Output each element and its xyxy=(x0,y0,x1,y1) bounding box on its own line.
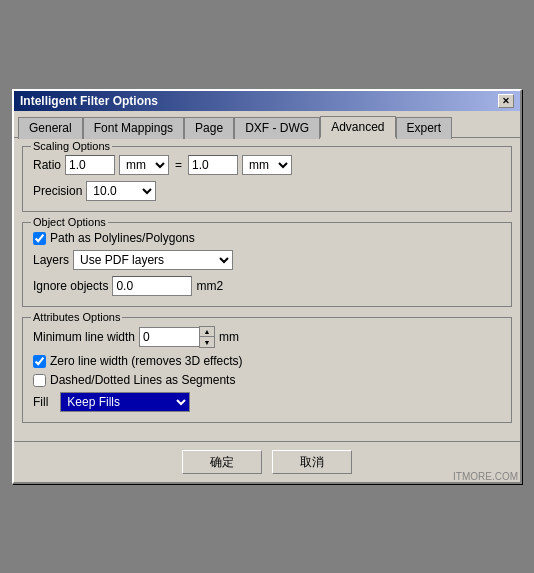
scaling-options-label: Scaling Options xyxy=(31,140,112,152)
attributes-options-label: Attributes Options xyxy=(31,311,122,323)
dashed-row: Dashed/Dotted Lines as Segments xyxy=(33,373,501,387)
attributes-options-group: Attributes Options Minimum line width ▲ … xyxy=(22,317,512,423)
ignore-objects-label: Ignore objects xyxy=(33,279,108,293)
path-as-poly-checkbox[interactable] xyxy=(33,232,46,245)
object-options-group: Object Options Path as Polylines/Polygon… xyxy=(22,222,512,307)
ignore-objects-input[interactable] xyxy=(112,276,192,296)
equals-sign: = xyxy=(173,158,184,172)
dashed-checkbox[interactable] xyxy=(33,374,46,387)
tab-dxf-dwg[interactable]: DXF - DWG xyxy=(234,117,320,139)
precision-label: Precision xyxy=(33,184,82,198)
ratio-row: Ratio mm = mm xyxy=(33,155,501,175)
min-line-unit: mm xyxy=(219,330,239,344)
tab-font-mappings[interactable]: Font Mappings xyxy=(83,117,184,139)
layers-select[interactable]: Use PDF layers xyxy=(73,250,233,270)
precision-select[interactable]: 10.0 xyxy=(86,181,156,201)
fill-row: Fill Keep Fills xyxy=(33,392,501,412)
fill-select[interactable]: Keep Fills xyxy=(60,392,190,412)
tab-advanced[interactable]: Advanced xyxy=(320,116,395,138)
ratio-value2-input[interactable] xyxy=(188,155,238,175)
ratio-label: Ratio xyxy=(33,158,61,172)
ratio-value1-input[interactable] xyxy=(65,155,115,175)
path-as-poly-row: Path as Polylines/Polygons xyxy=(33,231,501,245)
path-as-poly-label: Path as Polylines/Polygons xyxy=(50,231,195,245)
tab-general[interactable]: General xyxy=(18,117,83,139)
fill-label: Fill xyxy=(33,395,48,409)
ignore-objects-unit: mm2 xyxy=(196,279,223,293)
window-title: Intelligent Filter Options xyxy=(20,94,158,108)
watermark: ITMORE.COM xyxy=(453,471,518,482)
tab-bar: General Font Mappings Page DXF - DWG Adv… xyxy=(14,111,520,138)
dashed-label: Dashed/Dotted Lines as Segments xyxy=(50,373,235,387)
close-button[interactable]: ✕ xyxy=(498,94,514,108)
spinbox-down-button[interactable]: ▼ xyxy=(200,337,214,347)
precision-row: Precision 10.0 xyxy=(33,181,501,201)
spinbox-up-button[interactable]: ▲ xyxy=(200,327,214,337)
ignore-objects-row: Ignore objects mm2 xyxy=(33,276,501,296)
min-line-label: Minimum line width xyxy=(33,330,135,344)
tab-content: Scaling Options Ratio mm = mm Precision xyxy=(14,138,520,441)
object-options-label: Object Options xyxy=(31,216,108,228)
footer: 确定 取消 xyxy=(14,441,520,482)
layers-label: Layers xyxy=(33,253,69,267)
ok-button[interactable]: 确定 xyxy=(182,450,262,474)
cancel-button[interactable]: 取消 xyxy=(272,450,352,474)
ratio-unit2-select[interactable]: mm xyxy=(242,155,292,175)
zero-line-label: Zero line width (removes 3D effects) xyxy=(50,354,243,368)
main-window: Intelligent Filter Options ✕ General Fon… xyxy=(12,89,522,484)
title-bar-buttons: ✕ xyxy=(498,94,514,108)
scaling-options-group: Scaling Options Ratio mm = mm Precision xyxy=(22,146,512,212)
zero-line-checkbox[interactable] xyxy=(33,355,46,368)
layers-row: Layers Use PDF layers xyxy=(33,250,501,270)
min-line-row: Minimum line width ▲ ▼ mm xyxy=(33,326,501,348)
spinbox-buttons: ▲ ▼ xyxy=(199,326,215,348)
tab-page[interactable]: Page xyxy=(184,117,234,139)
tab-expert[interactable]: Expert xyxy=(396,117,453,139)
ratio-unit1-select[interactable]: mm xyxy=(119,155,169,175)
min-line-spinbox: ▲ ▼ xyxy=(139,326,215,348)
title-bar: Intelligent Filter Options ✕ xyxy=(14,91,520,111)
min-line-input[interactable] xyxy=(139,327,199,347)
zero-line-row: Zero line width (removes 3D effects) xyxy=(33,354,501,368)
